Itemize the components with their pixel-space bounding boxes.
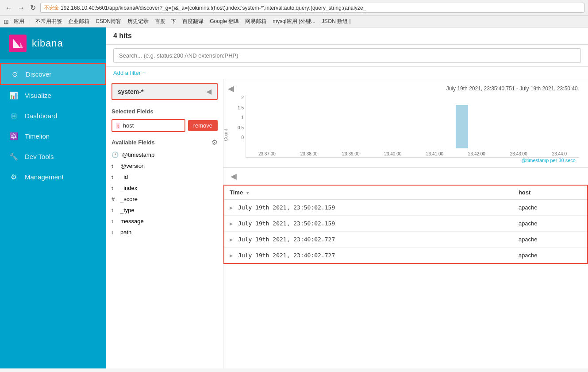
y-label-2: 2 bbox=[241, 95, 244, 100]
right-panel: ◀ July 19th 2021, 23:35:40.751 - July 19… bbox=[223, 79, 588, 368]
svg-marker-0 bbox=[13, 39, 20, 48]
kibana-icon bbox=[9, 35, 27, 52]
expand-row-3-button[interactable]: ▶ bbox=[230, 236, 233, 243]
sidebar: kibana ⊙ Discover 📊 Visualize ⊞ Dashboar… bbox=[0, 27, 106, 368]
field-index-label: _index bbox=[120, 185, 137, 191]
chart-plot-area: 23:37:00 23:38:00 23:39:00 23:40:00 23:4… bbox=[246, 95, 579, 158]
bookmark-translate[interactable]: 百度翻译 bbox=[181, 17, 205, 26]
search-bar-container bbox=[106, 45, 588, 67]
visualize-label: Visualize bbox=[25, 92, 51, 99]
available-fields-header: Available Fields ⚙ bbox=[106, 134, 223, 149]
y-label-0: 0 bbox=[241, 135, 244, 140]
bookmark-apps[interactable]: 应用 bbox=[12, 17, 26, 26]
expand-row-2-button[interactable]: ▶ bbox=[230, 221, 233, 227]
y-axis-label: Count bbox=[223, 129, 228, 141]
sidebar-item-discover[interactable]: ⊙ Discover bbox=[0, 63, 106, 85]
gear-icon[interactable]: ⚙ bbox=[211, 138, 218, 147]
hits-count: 4 hits bbox=[113, 32, 132, 40]
left-panel: system-* ◀ Selected Fields t host remove… bbox=[106, 79, 223, 368]
row-1-time: ▶ July 19th 2021, 23:50:02.159 bbox=[224, 200, 513, 216]
field-path-label: path bbox=[120, 229, 131, 236]
sidebar-logo: kibana bbox=[0, 27, 106, 59]
selected-field-name: host bbox=[123, 122, 134, 129]
back-button[interactable]: ← bbox=[4, 3, 14, 13]
table-row: ▶ July 19th 2021, 23:50:02.159 apache bbox=[224, 216, 588, 232]
timestamp-per-label: @timestamp per 30 seco bbox=[228, 158, 579, 163]
browser-toolbar: ← → ↻ 不安全 192.168.10.40:5601/app/kibana#… bbox=[0, 0, 588, 16]
results-table: Time ▼ host ▶ July 19th 2021, 23:50:02.1 bbox=[223, 185, 588, 264]
index-pattern-selector[interactable]: system-* ◀ bbox=[111, 83, 218, 100]
table-row: ▶ July 19th 2021, 23:40:02.727 apache bbox=[224, 248, 588, 264]
search-input[interactable] bbox=[113, 48, 581, 63]
management-icon: ⚙ bbox=[9, 172, 19, 182]
field-id[interactable]: t _id bbox=[106, 171, 223, 182]
bookmark-csdn[interactable]: CSDN博客 bbox=[94, 17, 123, 26]
sidebar-item-dashboard[interactable]: ⊞ Dashboard bbox=[0, 105, 106, 126]
field-index[interactable]: t _index bbox=[106, 182, 223, 194]
expand-row-1-button[interactable]: ▶ bbox=[230, 205, 233, 211]
sidebar-item-visualize[interactable]: 📊 Visualize bbox=[0, 85, 106, 105]
devtools-label: Dev Tools bbox=[25, 153, 54, 160]
field-path[interactable]: t path bbox=[106, 227, 223, 238]
table-row: ▶ July 19th 2021, 23:50:02.159 apache bbox=[224, 200, 588, 216]
field-type-label: _type bbox=[120, 207, 135, 213]
sidebar-logo-text: kibana bbox=[32, 38, 63, 49]
x-label-3: 23:40:00 bbox=[384, 151, 401, 156]
dashboard-label: Dashboard bbox=[25, 112, 57, 120]
results-collapse-button[interactable]: ◀ bbox=[227, 170, 240, 183]
bookmark-json[interactable]: JSON 数组 | bbox=[320, 17, 352, 26]
top-bar: 4 hits bbox=[106, 27, 588, 45]
content-area: system-* ◀ Selected Fields t host remove… bbox=[106, 79, 588, 368]
bookmark-history[interactable]: 历史记录 bbox=[126, 17, 150, 26]
field-timestamp[interactable]: 🕐 @timestamp bbox=[106, 149, 223, 160]
bookmark-email[interactable]: 企业邮箱 bbox=[67, 17, 91, 26]
bookmark-google[interactable]: Google 翻译 bbox=[208, 17, 240, 26]
chart-container: ◀ July 19th 2021, 23:35:40.751 - July 19… bbox=[223, 79, 588, 168]
expand-row-4-button[interactable]: ▶ bbox=[230, 252, 233, 259]
devtools-icon: 🔧 bbox=[9, 151, 19, 161]
field-score-label: _score bbox=[120, 196, 138, 202]
table-row: ▶ July 19th 2021, 23:40:02.727 apache bbox=[224, 232, 588, 248]
remove-field-button[interactable]: remove bbox=[188, 120, 218, 131]
chart-area: Count 2 1.5 1 0.5 0 bbox=[228, 95, 579, 158]
sidebar-item-timelion[interactable]: 🔯 Timelion bbox=[0, 126, 106, 146]
add-filter-button[interactable]: Add a filter + bbox=[113, 70, 146, 76]
refresh-button[interactable]: ↻ bbox=[28, 3, 38, 13]
t-icon-path: t bbox=[111, 230, 117, 235]
x-label-7: 23:44:0 bbox=[552, 151, 567, 156]
bookmark-mysql[interactable]: mysql应用 (外键... bbox=[271, 17, 317, 26]
field-type[interactable]: t _type bbox=[106, 205, 223, 216]
field-version[interactable]: t @version bbox=[106, 160, 223, 171]
address-bar[interactable]: 不安全 192.168.10.40:5601/app/kibana#/disco… bbox=[40, 3, 584, 13]
x-label-2: 23:39:00 bbox=[342, 151, 360, 156]
selected-fields-title: Selected Fields bbox=[106, 104, 223, 117]
field-version-label: @version bbox=[120, 163, 145, 169]
chart-x-axis: 23:37:00 23:38:00 23:39:00 23:40:00 23:4… bbox=[246, 151, 579, 156]
field-score[interactable]: # _score bbox=[106, 194, 223, 205]
sort-icon: ▼ bbox=[246, 190, 250, 195]
index-pattern-container: system-* ◀ bbox=[106, 79, 223, 104]
field-message[interactable]: t message bbox=[106, 216, 223, 227]
svg-marker-1 bbox=[20, 43, 23, 48]
sidebar-item-management[interactable]: ⚙ Management bbox=[0, 167, 106, 187]
sidebar-item-devtools[interactable]: 🔧 Dev Tools bbox=[0, 146, 106, 167]
chart-header: ◀ July 19th 2021, 23:35:40.751 - July 19… bbox=[228, 84, 579, 93]
timelion-label: Timelion bbox=[25, 132, 50, 140]
col-header-time: Time ▼ bbox=[224, 185, 513, 200]
x-label-6: 23:43:00 bbox=[510, 151, 527, 156]
row-4-host: apache bbox=[513, 248, 588, 264]
chart-collapse-button[interactable]: ◀ bbox=[228, 84, 234, 93]
bookmark-baidu[interactable]: 百度一下 bbox=[154, 17, 177, 26]
dashboard-icon: ⊞ bbox=[9, 111, 19, 120]
x-label-4: 23:41:00 bbox=[426, 151, 443, 156]
bookmark-unusual[interactable]: 不常用书签 bbox=[34, 17, 63, 26]
insecure-label: 不安全 bbox=[44, 4, 59, 11]
row-4-time: ▶ July 19th 2021, 23:40:02.727 bbox=[224, 248, 513, 264]
index-pattern-text: system-* bbox=[118, 88, 143, 95]
management-label: Management bbox=[25, 173, 64, 181]
t-icon-type: t bbox=[111, 208, 117, 213]
selected-field-box: t host bbox=[111, 119, 185, 132]
forward-button[interactable]: → bbox=[16, 3, 27, 13]
timelion-icon: 🔯 bbox=[9, 131, 19, 141]
bookmark-163[interactable]: 网易邮箱 bbox=[244, 17, 268, 26]
